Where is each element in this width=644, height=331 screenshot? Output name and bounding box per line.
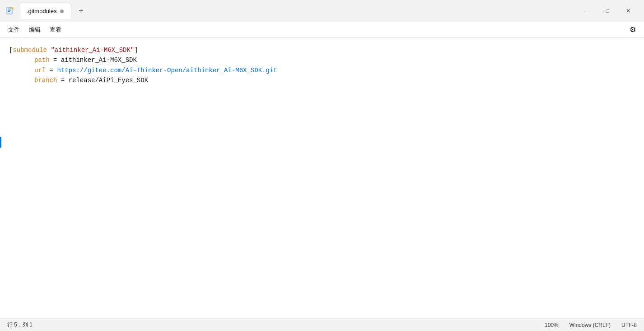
cursor-line-indicator	[0, 137, 1, 148]
line2-equals: =	[50, 55, 61, 65]
line3-url-value: https://gitee.com/Ai-Thinker-Open/aithin…	[57, 65, 277, 75]
line4-indent	[9, 75, 34, 85]
settings-button[interactable]: ⚙	[625, 23, 640, 36]
line2-key: path	[34, 55, 50, 65]
notepad-icon	[5, 6, 14, 15]
line1-string: "aithinker_Ai-M6X_SDK"	[51, 45, 134, 55]
window-controls: — □ ✕	[576, 4, 639, 18]
minimize-button[interactable]: —	[576, 4, 597, 18]
statusbar-right: 100% Windows (CRLF) UTF-8	[545, 322, 637, 328]
line1-space	[47, 45, 51, 55]
menu-edit[interactable]: 编辑	[24, 24, 45, 36]
encoding[interactable]: UTF-8	[621, 322, 637, 328]
line4-value: release/AiPi_Eyes_SDK	[69, 75, 148, 85]
tab-modified-dot	[60, 9, 64, 13]
titlebar: .gitmodules + — □ ✕	[0, 0, 644, 22]
line5-empty	[9, 86, 13, 96]
editor-line-1: [submodule "aithinker_Ai-M6X_SDK"]	[0, 45, 644, 55]
editor-line-4: branch = release/AiPi_Eyes_SDK	[0, 75, 644, 85]
file-tab[interactable]: .gitmodules	[19, 3, 71, 19]
line2-value: aithinker_Ai-M6X_SDK	[61, 55, 137, 65]
line3-equals: =	[46, 65, 57, 75]
line-ending[interactable]: Windows (CRLF)	[569, 322, 611, 328]
editor-line-5	[0, 86, 644, 96]
editor-line-3: url = https://gitee.com/Ai-Thinker-Open/…	[0, 65, 644, 75]
editor-area[interactable]: [submodule "aithinker_Ai-M6X_SDK"] path …	[0, 38, 644, 318]
line1-bracket-open: [	[9, 45, 13, 55]
statusbar: 行 5，列 1 100% Windows (CRLF) UTF-8	[0, 318, 644, 331]
editor-line-2: path = aithinker_Ai-M6X_SDK	[0, 55, 644, 65]
line3-indent	[9, 65, 34, 75]
menu-file[interactable]: 文件	[4, 24, 24, 36]
svg-rect-1	[8, 9, 11, 9]
maximize-button[interactable]: □	[597, 4, 618, 18]
zoom-level[interactable]: 100%	[545, 322, 559, 328]
tab-filename: .gitmodules	[27, 8, 56, 14]
line4-key: branch	[34, 75, 57, 85]
new-tab-button[interactable]: +	[74, 4, 88, 18]
line1-keyword: submodule	[13, 45, 47, 55]
menubar: 文件 编辑 查看 ⚙	[0, 22, 644, 38]
line3-key: url	[34, 65, 46, 75]
svg-rect-2	[8, 10, 11, 11]
cursor-position: 行 5，列 1	[7, 321, 33, 329]
line2-indent	[9, 55, 34, 65]
menu-view[interactable]: 查看	[45, 24, 66, 36]
close-button[interactable]: ✕	[618, 4, 639, 18]
line4-equals: =	[57, 75, 68, 85]
line1-bracket-close: ]	[134, 45, 138, 55]
svg-rect-3	[8, 11, 10, 12]
